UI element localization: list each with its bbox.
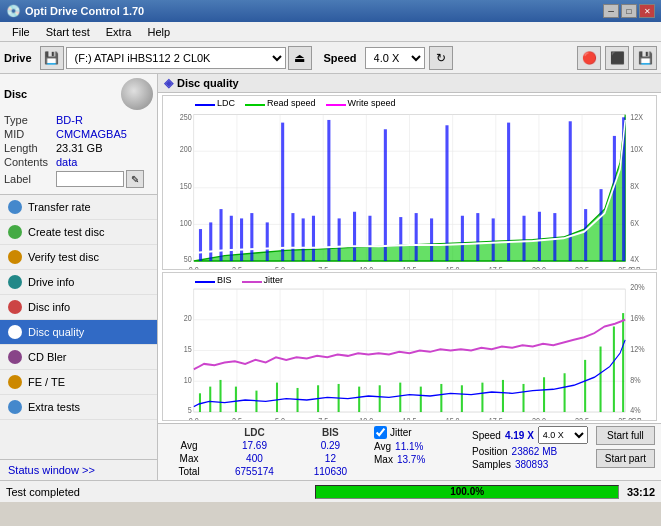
sidebar-item-cd-bler[interactable]: CD Bler xyxy=(0,345,157,370)
nav-icon-cd-bler xyxy=(8,350,22,364)
disc-label-input[interactable] xyxy=(56,171,124,187)
svg-text:17.5: 17.5 xyxy=(489,264,503,269)
svg-rect-116 xyxy=(461,385,463,412)
svg-rect-46 xyxy=(312,216,315,261)
svg-rect-37 xyxy=(209,222,212,261)
sidebar-item-verify-test-disc[interactable]: Verify test disc xyxy=(0,245,157,270)
menu-bar: File Start test Extra Help xyxy=(0,22,661,42)
nav-label-create-test-disc: Create test disc xyxy=(28,226,104,238)
svg-text:0.0: 0.0 xyxy=(189,264,199,269)
svg-rect-64 xyxy=(584,209,587,261)
menu-file[interactable]: File xyxy=(4,24,38,40)
start-part-button[interactable]: Start part xyxy=(596,449,655,468)
nav-icon-create-test-disc xyxy=(8,225,22,239)
bottom-chart-legend: BIS Jitter xyxy=(195,275,283,285)
close-button[interactable]: ✕ xyxy=(639,4,655,18)
panel-title: Disc quality xyxy=(177,77,239,89)
sidebar-item-fe-te[interactable]: FE / TE xyxy=(0,370,157,395)
jitter-max-label: Max xyxy=(374,454,393,465)
svg-rect-60 xyxy=(522,216,525,261)
svg-rect-105 xyxy=(235,387,237,412)
menu-extra[interactable]: Extra xyxy=(98,24,140,40)
svg-text:20%: 20% xyxy=(630,281,645,292)
length-value: 23.31 GB xyxy=(56,142,102,154)
speed-selector[interactable]: 4.0 X xyxy=(365,47,425,69)
svg-text:12X: 12X xyxy=(630,111,643,122)
drive-icon-btn[interactable]: 💾 xyxy=(40,46,64,70)
tool-btn-1[interactable]: 🔴 xyxy=(577,46,601,70)
speed-stat-selector[interactable]: 4.0 X xyxy=(538,426,588,444)
max-ldc: 400 xyxy=(214,452,295,465)
label-edit-button[interactable]: ✎ xyxy=(126,170,144,188)
jitter-avg-value: 11.1% xyxy=(395,441,423,452)
disc-image xyxy=(121,78,153,110)
svg-text:5: 5 xyxy=(188,404,192,415)
total-ldc: 6755174 xyxy=(214,465,295,478)
app-title: Opti Drive Control 1.70 xyxy=(25,5,603,17)
sidebar-item-transfer-rate[interactable]: Transfer rate xyxy=(0,195,157,220)
status-window-button[interactable]: Status window >> xyxy=(0,459,157,480)
sidebar-item-disc-quality[interactable]: Disc quality xyxy=(0,320,157,345)
eject-button[interactable]: ⏏ xyxy=(288,46,312,70)
max-label: Max xyxy=(164,452,214,465)
svg-text:200: 200 xyxy=(180,143,192,154)
jitter-max-value: 13.7% xyxy=(397,454,425,465)
nav-icon-transfer-rate xyxy=(8,200,22,214)
svg-rect-117 xyxy=(481,383,483,412)
svg-rect-112 xyxy=(379,385,381,412)
svg-rect-62 xyxy=(553,213,556,261)
sidebar-item-drive-info[interactable]: Drive info xyxy=(0,270,157,295)
refresh-button[interactable]: ↻ xyxy=(429,46,453,70)
mid-value: CMCMAGBA5 xyxy=(56,128,127,140)
svg-rect-61 xyxy=(538,212,541,261)
nav-icon-extra-tests xyxy=(8,400,22,414)
svg-rect-58 xyxy=(492,218,495,261)
svg-text:5.0: 5.0 xyxy=(275,415,285,420)
mid-label: MID xyxy=(4,128,56,140)
svg-text:4%: 4% xyxy=(630,404,641,415)
menu-start-test[interactable]: Start test xyxy=(38,24,98,40)
nav-label-drive-info: Drive info xyxy=(28,276,74,288)
sidebar-item-disc-info[interactable]: Disc info xyxy=(0,295,157,320)
tool-btn-2[interactable]: ⬛ xyxy=(605,46,629,70)
maximize-button[interactable]: □ xyxy=(621,4,637,18)
drive-selector[interactable]: (F:) ATAPI iHBS112 2 CL0K xyxy=(66,47,286,69)
disc-label-label: Label xyxy=(4,173,56,185)
save-button[interactable]: 💾 xyxy=(633,46,657,70)
svg-rect-41 xyxy=(250,213,253,261)
progress-bar-container: 100.0% xyxy=(315,485,618,499)
contents-value: data xyxy=(56,156,77,168)
col-ldc: LDC xyxy=(214,426,295,439)
svg-rect-104 xyxy=(219,380,221,412)
contents-label: Contents xyxy=(4,156,56,168)
sidebar: Disc Type BD-R MID CMCMAGBA5 Length 23.3… xyxy=(0,74,158,480)
svg-text:0.0: 0.0 xyxy=(189,415,199,420)
nav-icon-verify-test-disc xyxy=(8,250,22,264)
svg-rect-125 xyxy=(622,313,624,412)
jitter-checkbox[interactable] xyxy=(374,426,387,439)
minimize-button[interactable]: ─ xyxy=(603,4,619,18)
svg-text:GB: GB xyxy=(630,264,641,269)
svg-text:10X: 10X xyxy=(630,143,643,154)
svg-text:50: 50 xyxy=(184,253,192,264)
svg-text:100: 100 xyxy=(180,217,192,228)
svg-text:12%: 12% xyxy=(630,343,645,354)
top-chart-legend: LDC Read speed Write speed xyxy=(195,98,395,108)
svg-rect-111 xyxy=(358,387,360,412)
sidebar-item-extra-tests[interactable]: Extra tests xyxy=(0,395,157,420)
position-value: 23862 MB xyxy=(512,446,558,457)
menu-help[interactable]: Help xyxy=(139,24,178,40)
svg-rect-123 xyxy=(600,346,602,411)
svg-rect-40 xyxy=(240,218,243,261)
start-full-button[interactable]: Start full xyxy=(596,426,655,445)
nav-icon-disc-info xyxy=(8,300,22,314)
svg-text:2.5: 2.5 xyxy=(232,264,242,269)
svg-rect-55 xyxy=(445,125,448,261)
type-label: Type xyxy=(4,114,56,126)
svg-rect-121 xyxy=(564,373,566,412)
svg-text:15: 15 xyxy=(184,343,192,354)
legend-read-speed: Read speed xyxy=(245,98,316,108)
sidebar-item-create-test-disc[interactable]: Create test disc xyxy=(0,220,157,245)
svg-rect-50 xyxy=(368,216,371,261)
legend-bis: BIS xyxy=(195,275,232,285)
